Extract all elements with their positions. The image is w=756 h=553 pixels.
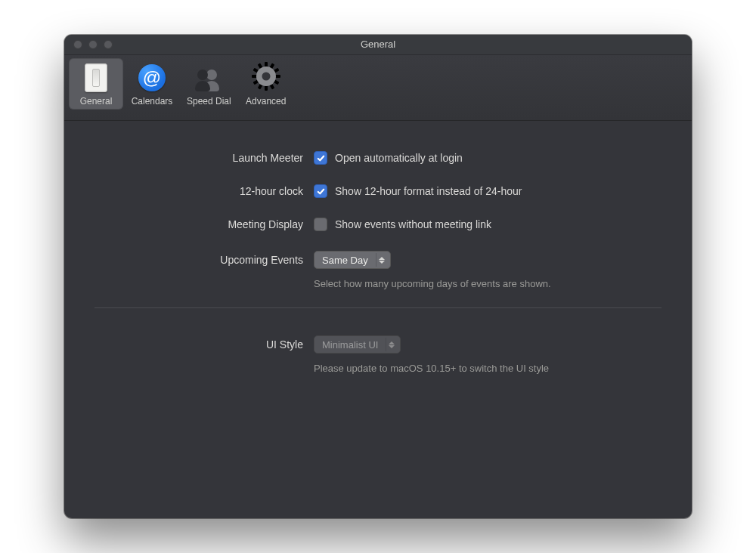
tab-calendars-label: Calendars — [132, 96, 173, 107]
titlebar: General — [64, 35, 692, 55]
meeting-display-label: Meeting Display — [94, 218, 314, 230]
svg-rect-6 — [265, 85, 268, 91]
upcoming-events-value: Same Day — [322, 255, 376, 266]
preferences-toolbar: General @ Calendars Speed Dial — [64, 55, 692, 121]
chevron-up-down-icon — [376, 253, 387, 267]
section-divider — [94, 307, 662, 308]
twelve-hour-text: Show 12-hour format instead of 24-hour — [335, 185, 522, 197]
row-ui-style: UI Style Minimalist UI — [94, 335, 662, 354]
close-window-button[interactable] — [73, 40, 82, 49]
tab-advanced[interactable]: Advanced — [239, 58, 293, 110]
row-launch-meeter: Launch Meeter Open automatically at logi… — [94, 151, 662, 165]
svg-point-13 — [262, 73, 270, 81]
upcoming-events-label: Upcoming Events — [94, 254, 314, 266]
advanced-icon — [251, 61, 281, 94]
svg-rect-0 — [265, 62, 268, 67]
row-clock: 12-hour clock Show 12-hour format instea… — [94, 184, 662, 198]
ui-style-label: UI Style — [94, 338, 314, 351]
tab-calendars[interactable]: @ Calendars — [125, 58, 179, 110]
upcoming-events-select[interactable]: Same Day — [314, 251, 391, 269]
calendars-icon: @ — [138, 64, 166, 91]
launch-at-login-checkbox[interactable] — [314, 151, 327, 165]
twelve-hour-checkbox[interactable] — [314, 184, 327, 198]
tab-general[interactable]: General — [69, 58, 123, 110]
minimize-window-button[interactable] — [88, 40, 98, 49]
tab-speed-dial[interactable]: Speed Dial — [181, 58, 237, 110]
window-controls — [73, 40, 113, 49]
show-events-without-link-text: Show events without meeting link — [335, 218, 491, 230]
upcoming-events-help: Select how many upcoming days of events … — [314, 278, 662, 289]
ui-style-select: Minimalist UI — [314, 335, 401, 354]
preferences-window: General General @ Calendars Speed Dial — [64, 35, 692, 518]
launch-at-login-text: Open automatically at login — [335, 152, 463, 164]
ui-style-value: Minimalist UI — [322, 339, 386, 351]
ui-style-help: Please update to macOS 10.15+ to switch … — [314, 363, 662, 374]
chevron-up-down-icon — [386, 338, 397, 351]
tab-general-label: General — [80, 96, 113, 107]
tab-advanced-label: Advanced — [246, 96, 286, 107]
svg-rect-3 — [275, 75, 280, 78]
tab-speed-dial-label: Speed Dial — [187, 96, 231, 107]
launch-meeter-label: Launch Meeter — [94, 152, 314, 164]
preferences-content: Launch Meeter Open automatically at logi… — [64, 121, 692, 374]
row-upcoming-events: Upcoming Events Same Day — [94, 251, 662, 269]
clock-label: 12-hour clock — [94, 185, 314, 197]
show-events-without-link-checkbox[interactable] — [314, 218, 327, 231]
svg-rect-9 — [252, 75, 257, 78]
general-icon — [85, 63, 107, 92]
row-meeting-display: Meeting Display Show events without meet… — [94, 218, 662, 231]
speed-dial-icon — [194, 64, 224, 91]
zoom-window-button[interactable] — [104, 40, 113, 49]
window-title: General — [64, 35, 692, 54]
